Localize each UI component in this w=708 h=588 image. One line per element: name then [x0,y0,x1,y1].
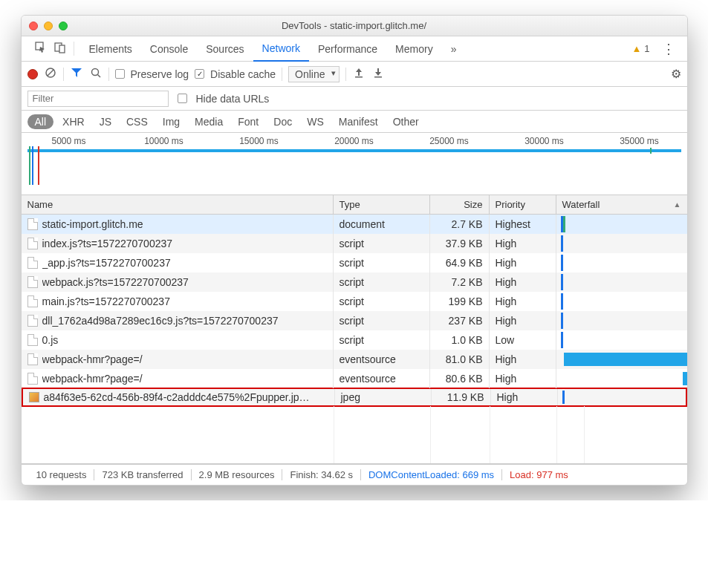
gear-icon[interactable]: ⚙ [671,67,681,81]
type-xhr[interactable]: XHR [56,114,91,129]
request-size: 2.7 KB [430,215,490,234]
inspect-icon[interactable] [35,42,47,56]
request-type: eventsource [334,350,430,369]
request-priority: Highest [490,215,556,234]
svg-line-4 [48,70,53,76]
request-type: script [334,253,430,272]
type-js[interactable]: JS [94,114,117,129]
table-row[interactable]: webpack-hmr?page=/eventsource81.0 KBHigh [22,350,687,369]
table-row[interactable]: main.js?ts=1572270700237script199 KBHigh [22,292,687,311]
stat-requests: 10 requests [29,469,95,480]
request-waterfall [556,272,687,292]
table-empty-area [22,406,687,464]
file-icon [27,373,38,385]
stat-dcl: DOMContentLoaded: 669 ms [361,469,502,480]
table-row[interactable]: webpack-hmr?page=/eventsource80.6 KBHigh [22,369,687,388]
tab-memory[interactable]: Memory [386,36,442,62]
download-icon[interactable] [371,67,385,81]
request-size: 64.9 KB [430,253,490,272]
upload-icon[interactable] [352,67,366,81]
filter-input[interactable] [27,91,169,107]
type-img[interactable]: Img [157,114,186,129]
request-type: script [334,330,430,350]
preserve-log-checkbox[interactable] [115,69,125,79]
request-name: dll_1762a4d98a7289ec16c9.js?ts=157227070… [42,315,279,327]
request-priority: High [490,369,556,388]
type-doc[interactable]: Doc [267,114,298,129]
col-name[interactable]: Name [22,195,334,214]
request-type: script [334,272,430,292]
type-other[interactable]: Other [387,114,425,129]
request-type: jpeg [335,389,432,405]
request-name: webpack-hmr?page=/ [42,353,143,365]
file-icon [27,334,38,346]
col-size[interactable]: Size [430,195,490,214]
request-type: script [334,311,430,330]
request-size: 11.9 KB [432,389,491,405]
warnings-badge[interactable]: ▲1 [631,43,649,54]
file-icon [27,353,38,365]
svg-point-5 [91,69,98,76]
device-toggle-icon[interactable] [54,42,66,56]
file-icon [27,276,38,288]
type-css[interactable]: CSS [120,114,154,129]
request-name: webpack.js?ts=1572270700237 [42,276,189,288]
hide-dataurls-checkbox[interactable] [178,94,187,103]
tab-console[interactable]: Console [141,36,197,62]
request-priority: High [491,389,558,405]
request-waterfall [558,389,686,405]
table-row[interactable]: dll_1762a4d98a7289ec16c9.js?ts=157227070… [22,311,687,330]
request-type: document [334,215,430,234]
table-row[interactable]: 0.jsscript1.0 KBLow [22,330,687,350]
request-priority: High [490,234,556,253]
col-waterfall[interactable]: Waterfall▲ [556,195,687,214]
filter-icon[interactable] [70,67,83,81]
tab-performance[interactable]: Performance [309,36,386,62]
tab-elements[interactable]: Elements [80,36,141,62]
status-bar: 10 requests 723 KB transferred 2.9 MB re… [22,464,687,485]
tab-sources[interactable]: Sources [197,36,253,62]
request-priority: High [490,292,556,311]
col-priority[interactable]: Priority [490,195,556,214]
table-row[interactable]: webpack.js?ts=1572270700237script7.2 KBH… [22,272,687,292]
request-table: static-import.glitch.medocument2.7 KBHig… [22,215,687,407]
throttling-select[interactable]: Online [288,66,339,82]
timeline-overview[interactable]: 5000 ms 10000 ms 15000 ms 20000 ms 25000… [22,133,687,195]
request-waterfall [556,369,687,388]
sort-asc-icon: ▲ [674,200,681,209]
disable-cache-checkbox[interactable] [195,69,204,79]
request-priority: Low [490,330,556,350]
request-name: static-import.glitch.me [42,218,143,230]
request-type: eventsource [334,369,430,388]
file-icon [27,295,38,307]
type-manifest[interactable]: Manifest [333,114,384,129]
table-row[interactable]: a84f63e5-62cd-456b-89f4-c2adddc4e575%2Fp… [22,388,687,407]
request-name: index.js?ts=1572270700237 [42,238,173,249]
table-row[interactable]: static-import.glitch.medocument2.7 KBHig… [22,215,687,234]
col-type[interactable]: Type [334,195,430,214]
tab-more[interactable]: » [442,36,466,62]
request-waterfall [556,292,687,311]
request-size: 80.6 KB [430,369,490,388]
request-priority: High [490,253,556,272]
record-button[interactable] [27,69,38,79]
table-row[interactable]: index.js?ts=1572270700237script37.9 KBHi… [22,234,687,253]
file-icon [27,218,38,230]
table-row[interactable]: _app.js?ts=1572270700237script64.9 KBHig… [22,253,687,272]
settings-menu-icon[interactable]: ⋮ [656,41,681,57]
request-waterfall [556,253,687,272]
stat-load: Load: 977 ms [502,469,576,480]
titlebar: DevTools - static-import.glitch.me/ [22,16,687,36]
file-icon [27,257,38,269]
type-media[interactable]: Media [189,114,229,129]
clear-icon[interactable] [44,67,57,81]
type-ws[interactable]: WS [301,114,330,129]
tab-network[interactable]: Network [253,36,309,62]
request-waterfall [556,311,687,330]
network-toolbar: Preserve log Disable cache Online ⚙ [22,62,687,87]
search-icon[interactable] [89,67,103,81]
type-font[interactable]: Font [232,114,264,129]
type-all[interactable]: All [27,114,54,129]
file-icon [27,315,38,327]
stat-resources: 2.9 MB resources [192,469,283,480]
